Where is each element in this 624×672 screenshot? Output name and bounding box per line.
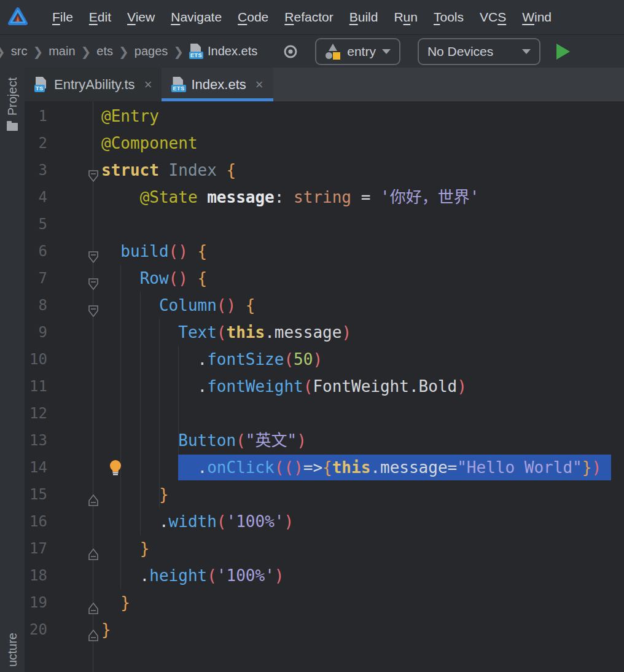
code-line-4[interactable]: 4 @State message: string = '你好，世界': [25, 184, 624, 211]
tool-window-button-project[interactable]: Project: [0, 77, 25, 131]
breadcrumb-current-file[interactable]: ETS Index.ets: [189, 44, 257, 59]
breadcrumb-chevron-icon: ❯: [0, 44, 6, 59]
line-number[interactable]: 1: [25, 103, 47, 130]
code-text: }: [101, 589, 130, 616]
line-number[interactable]: 14: [25, 454, 47, 481]
code-text: @Component: [101, 130, 198, 157]
code-line-11[interactable]: 11 .fontWeight(FontWeight.Bold): [25, 373, 624, 400]
code-line-17[interactable]: 17 }: [25, 535, 624, 562]
code-text: Button("英文"): [101, 427, 306, 454]
deveco-studio-logo-icon: [7, 7, 28, 28]
code-line-20[interactable]: 20}: [25, 616, 624, 643]
code-line-5[interactable]: 5: [25, 211, 624, 238]
tab-label: EntryAbility.ts: [54, 77, 135, 93]
line-number[interactable]: 7: [25, 265, 47, 292]
menu-file[interactable]: File: [44, 7, 81, 27]
tab-close-icon[interactable]: ×: [144, 78, 152, 92]
code-line-3[interactable]: 3struct Index {: [25, 157, 624, 184]
line-number[interactable]: 15: [25, 481, 47, 508]
tab-label: Index.ets: [191, 77, 246, 93]
fold-start-icon[interactable]: [88, 244, 99, 272]
breadcrumb-chevron-icon: ❯: [33, 44, 43, 59]
fold-end-icon[interactable]: [88, 596, 99, 623]
code-text: @Entry: [101, 103, 159, 130]
menu-run[interactable]: Run: [386, 7, 426, 27]
line-number[interactable]: 6: [25, 238, 47, 265]
device-selector[interactable]: No Devices: [418, 38, 540, 65]
menu-tools[interactable]: Tools: [426, 7, 472, 27]
code-text: @State message: string = '你好，世界': [101, 184, 479, 211]
code-text: .height('100%'): [101, 562, 284, 589]
editor-tab-Index.ets[interactable]: ETSIndex.ets×: [162, 68, 273, 101]
code-line-19[interactable]: 19 }: [25, 589, 624, 616]
breadcrumb-file-label: Index.ets: [208, 44, 257, 58]
code-line-6[interactable]: 6 build() {: [25, 238, 624, 265]
line-number[interactable]: 18: [25, 562, 47, 589]
menu-edit[interactable]: Edit: [81, 7, 119, 27]
code-line-7[interactable]: 7 Row() {: [25, 265, 624, 292]
fold-start-icon[interactable]: [88, 163, 99, 190]
fold-start-icon[interactable]: [88, 299, 99, 326]
fold-end-icon[interactable]: [88, 623, 99, 650]
line-number[interactable]: 3: [25, 157, 47, 184]
line-number[interactable]: 20: [25, 616, 47, 643]
menu-code[interactable]: Code: [230, 7, 276, 27]
line-number[interactable]: 17: [25, 535, 47, 562]
line-number[interactable]: 16: [25, 508, 47, 535]
ts-file-icon: TS: [34, 77, 47, 92]
line-number[interactable]: 11: [25, 373, 47, 400]
code-text: Text(this.message): [101, 319, 351, 346]
line-number[interactable]: 10: [25, 346, 47, 373]
breadcrumb-item-ets[interactable]: ets: [96, 44, 113, 58]
breadcrumb-chevron-icon: ❯: [81, 44, 92, 59]
line-number[interactable]: 13: [25, 427, 47, 454]
run-configuration-selector[interactable]: entry: [315, 38, 400, 65]
code-line-10[interactable]: 10 .fontSize(50): [25, 346, 624, 373]
line-number[interactable]: 19: [25, 589, 47, 616]
fold-start-icon[interactable]: [88, 272, 99, 299]
menu-refactor[interactable]: Refactor: [276, 7, 341, 27]
line-number[interactable]: 8: [25, 292, 47, 319]
code-line-14[interactable]: 14 .onClick(()=>{this.message="Hello Wor…: [25, 454, 624, 481]
code-text: .width('100%'): [101, 508, 294, 535]
code-line-2[interactable]: 2@Component: [25, 130, 624, 157]
run-button[interactable]: [556, 44, 570, 60]
tool-window-button-structure[interactable]: ucture: [0, 633, 25, 667]
code-line-8[interactable]: 8 Column() {: [25, 292, 624, 319]
editor-tab-EntryAbility.ts[interactable]: TSEntryAbility.ts×: [25, 68, 162, 101]
menu-bar: FileEditViewNavigateCodeRefactorBuildRun…: [0, 0, 624, 35]
intention-lightbulb-icon[interactable]: [108, 458, 123, 485]
code-line-12[interactable]: 12: [25, 400, 624, 427]
line-number[interactable]: 2: [25, 130, 47, 157]
breadcrumb-item-pages[interactable]: pages: [135, 44, 168, 58]
device-selector-label: No Devices: [427, 44, 493, 59]
line-number[interactable]: 4: [25, 184, 47, 211]
code-editor[interactable]: 1@Entry2@Component3struct Index {4 @Stat…: [25, 101, 624, 672]
code-line-18[interactable]: 18 .height('100%'): [25, 562, 624, 589]
breadcrumb-item-main[interactable]: main: [49, 44, 75, 58]
line-number[interactable]: 12: [25, 400, 47, 427]
fold-end-icon[interactable]: [88, 542, 99, 569]
tab-close-icon[interactable]: ×: [255, 78, 263, 92]
locate-file-icon[interactable]: [282, 43, 299, 60]
menu-vcs[interactable]: VCS: [472, 7, 514, 27]
line-number[interactable]: 9: [25, 319, 47, 346]
code-line-1[interactable]: 1@Entry: [25, 103, 624, 130]
code-line-16[interactable]: 16 .width('100%'): [25, 508, 624, 535]
code-text: }: [101, 616, 111, 643]
code-text: .onClick(()=>{this.message="Hello World"…: [101, 454, 601, 481]
editor-tab-bar: TSEntryAbility.ts×ETSIndex.ets×: [25, 68, 624, 101]
fold-end-icon[interactable]: [88, 488, 99, 515]
line-number[interactable]: 5: [25, 211, 47, 238]
breadcrumb-chevron-icon: ❯: [173, 44, 184, 59]
chevron-down-icon: [382, 49, 391, 54]
menu-view[interactable]: View: [119, 7, 163, 27]
menu-navigate[interactable]: Navigate: [163, 7, 230, 27]
chevron-down-icon: [522, 49, 531, 54]
menu-wind[interactable]: Wind: [514, 7, 560, 27]
code-line-9[interactable]: 9 Text(this.message): [25, 319, 624, 346]
breadcrumb-item-src[interactable]: src: [11, 44, 28, 58]
menu-build[interactable]: Build: [341, 7, 386, 27]
breadcrumb: src❯main❯ets❯pages❯: [11, 44, 189, 59]
code-line-13[interactable]: 13 Button("英文"): [25, 427, 624, 454]
